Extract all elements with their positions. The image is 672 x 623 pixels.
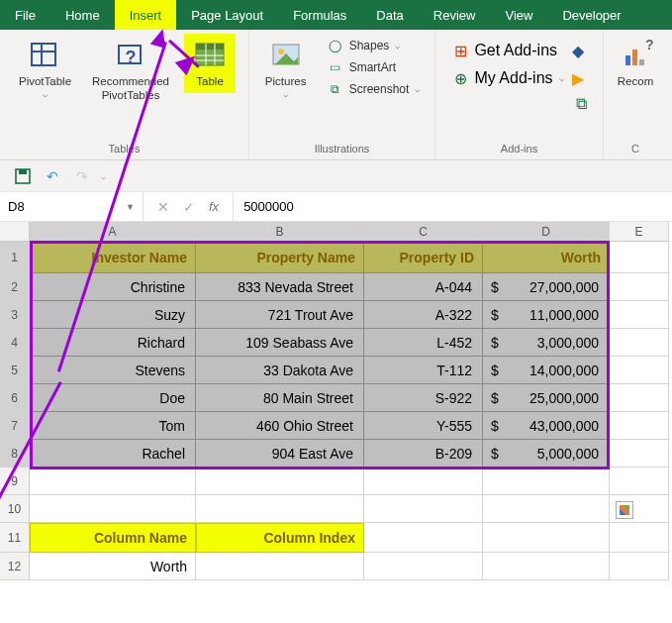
cell-worth[interactable]: $3,000,000 [483, 329, 610, 357]
cell-empty[interactable] [364, 553, 483, 580]
tab-file[interactable]: File [0, 0, 50, 30]
cell-empty[interactable] [610, 467, 669, 495]
header-investor-name[interactable]: Investor Name [30, 242, 196, 273]
cell-property-name[interactable]: 33 Dakota Ave [196, 357, 364, 384]
cell-property-name[interactable]: 904 East Ave [196, 440, 364, 467]
cell-property-id[interactable]: Y-555 [364, 412, 483, 440]
cell-empty[interactable] [610, 553, 669, 580]
cell-property-name[interactable]: 109 Seabass Ave [196, 329, 364, 357]
tab-home[interactable]: Home [50, 0, 115, 30]
name-box-dropdown-icon[interactable]: ▼ [126, 202, 135, 212]
shapes-button[interactable]: ◯Shapes ⌵ [324, 36, 425, 55]
cell-empty[interactable] [196, 495, 364, 523]
cell-worth[interactable]: $27,000,000 [483, 273, 610, 301]
cell-empty[interactable] [610, 523, 669, 553]
cell-property-name[interactable]: 80 Main Street [196, 384, 364, 412]
qat-more-icon[interactable]: ⌵ [101, 171, 106, 181]
header-worth[interactable]: Worth [483, 242, 610, 273]
cell-investor[interactable]: Richard [30, 329, 196, 357]
header-column-index[interactable]: Column Index [196, 523, 364, 553]
cell-property-name[interactable]: 460 Ohio Street [196, 412, 364, 440]
cell-empty[interactable] [364, 467, 483, 495]
cancel-formula-icon[interactable]: ✕ [157, 199, 169, 215]
row-header[interactable]: 1 [0, 242, 30, 273]
fx-icon[interactable]: fx [209, 199, 219, 214]
cell-investor[interactable]: Tom [30, 412, 196, 440]
save-button[interactable] [12, 165, 34, 187]
tab-pagelayout[interactable]: Page Layout [176, 0, 278, 30]
tab-review[interactable]: Review [419, 0, 491, 30]
cell-property-id[interactable]: B-209 [364, 440, 483, 467]
tab-formulas[interactable]: Formulas [278, 0, 361, 30]
col-header-B[interactable]: B [196, 222, 364, 242]
formula-input[interactable] [234, 192, 672, 221]
undo-button[interactable]: ↶ [42, 165, 63, 187]
row-header[interactable]: 12 [0, 553, 30, 580]
cell-property-id[interactable]: A-044 [364, 273, 483, 301]
enter-formula-icon[interactable]: ✓ [183, 199, 195, 215]
cell-worth[interactable]: $14,000,000 [483, 357, 610, 384]
row-header[interactable]: 3 [0, 301, 30, 329]
name-box[interactable]: D8 ▼ [0, 192, 144, 221]
row-header[interactable]: 4 [0, 329, 30, 357]
cell-empty[interactable] [610, 301, 669, 329]
cell-empty[interactable] [30, 467, 196, 495]
tab-data[interactable]: Data [361, 0, 418, 30]
row-header[interactable]: 2 [0, 273, 30, 301]
cell-worth-label[interactable]: Worth [30, 553, 196, 580]
header-column-name[interactable]: Column Name [30, 523, 196, 553]
cell-investor[interactable]: Stevens [30, 357, 196, 384]
tab-insert[interactable]: Insert [115, 0, 177, 30]
cell-investor[interactable]: Rachel [30, 440, 196, 467]
cell-empty[interactable] [610, 440, 669, 467]
row-header[interactable]: 10 [0, 495, 30, 523]
cell-empty[interactable] [30, 495, 196, 523]
cell-worth[interactable]: $5,000,000 [483, 440, 610, 467]
recommended-charts-button[interactable]: ? Recom [611, 34, 660, 93]
cell-empty[interactable] [196, 553, 364, 580]
tab-view[interactable]: View [490, 0, 547, 30]
cell-property-id[interactable]: S-922 [364, 384, 483, 412]
screenshot-button[interactable]: ⧉Screenshot ⌵ [324, 79, 425, 99]
cell-empty[interactable] [610, 412, 669, 440]
cell-worth[interactable]: $43,000,000 [483, 412, 610, 440]
row-header[interactable]: 5 [0, 357, 30, 384]
cell-empty[interactable] [483, 467, 610, 495]
redo-button[interactable]: ↷ [71, 165, 93, 187]
cell-empty[interactable] [483, 553, 610, 580]
cell-property-name[interactable]: 721 Trout Ave [196, 301, 364, 329]
cell-property-name[interactable]: 833 Nevada Street [196, 273, 364, 301]
cell-empty[interactable] [610, 384, 669, 412]
cell-property-id[interactable]: L-452 [364, 329, 483, 357]
cell-property-id[interactable]: T-112 [364, 357, 483, 384]
cell-empty[interactable] [364, 523, 483, 553]
cell-investor[interactable]: Doe [30, 384, 196, 412]
cell-empty[interactable] [483, 523, 610, 553]
header-property-name[interactable]: Property Name [196, 242, 364, 273]
pivottable-button[interactable]: PivotTable ⌵ [13, 34, 77, 104]
header-property-id[interactable]: Property ID [364, 242, 483, 273]
cell-investor[interactable]: Suzy [30, 301, 196, 329]
cell-worth[interactable]: $25,000,000 [483, 384, 610, 412]
get-addins-button[interactable]: ⊞Get Add-ins ◆ [448, 40, 589, 61]
tab-developer[interactable]: Developer [547, 0, 635, 30]
cell-investor[interactable]: Christine [30, 273, 196, 301]
row-header[interactable]: 7 [0, 412, 30, 440]
my-addins-button[interactable]: ⊕My Add-ins ⌵ ▶ [448, 67, 589, 89]
cell-empty[interactable] [196, 467, 364, 495]
pictures-button[interactable]: Pictures ⌵ [256, 34, 316, 104]
row-header[interactable]: 11 [0, 523, 30, 553]
select-all-corner[interactable] [0, 222, 30, 242]
cell-property-id[interactable]: A-322 [364, 301, 483, 329]
row-header[interactable]: 6 [0, 384, 30, 412]
cell-empty[interactable] [364, 495, 483, 523]
col-header-D[interactable]: D [483, 222, 610, 242]
smartart-button[interactable]: ▭SmartArt [324, 57, 425, 77]
col-header-A[interactable]: A [30, 222, 196, 242]
smart-tag-icon[interactable] [616, 501, 633, 519]
cell-empty[interactable] [610, 329, 669, 357]
cell-empty[interactable] [610, 273, 669, 301]
cell-worth[interactable]: $11,000,000 [483, 301, 610, 329]
row-header[interactable]: 9 [0, 467, 30, 495]
row-header[interactable]: 8 [0, 440, 30, 467]
